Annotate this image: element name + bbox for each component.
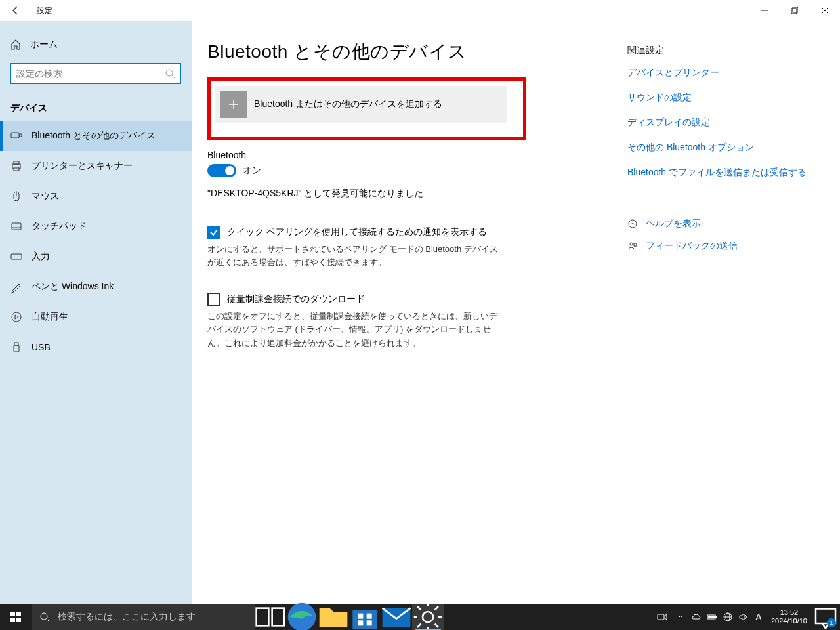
settings-app[interactable] xyxy=(412,604,444,630)
main-content: Bluetooth とその他のデバイス Bluetooth またはその他のデバイ… xyxy=(192,21,840,604)
svg-rect-39 xyxy=(367,614,372,619)
task-view-button[interactable] xyxy=(255,604,286,630)
svg-rect-7 xyxy=(11,133,19,138)
quick-pair-checkbox-row[interactable]: クイック ペアリングを使用して接続するための通知を表示する xyxy=(207,226,627,239)
nav-pen[interactable]: ペンと Windows Ink xyxy=(0,272,192,302)
gear-icon xyxy=(412,601,444,630)
quick-pair-label: クイック ペアリングを使用して接続するための通知を表示する xyxy=(227,226,487,238)
search-wrap xyxy=(0,58,192,92)
bluetooth-toggle[interactable] xyxy=(207,164,236,177)
link-bt-files[interactable]: Bluetooth でファイルを送信または受信する xyxy=(627,167,824,178)
link-bt-options[interactable]: その他の Bluetooth オプション xyxy=(627,142,824,154)
tray-ime[interactable]: A xyxy=(751,604,766,630)
metered-label: 従量制課金接続でのダウンロード xyxy=(227,293,365,305)
search-icon xyxy=(39,612,50,622)
minimize-button[interactable] xyxy=(749,0,780,21)
taskbar-search[interactable]: 検索するには、ここに入力します xyxy=(32,604,255,630)
nav-label: マウス xyxy=(32,190,59,202)
home-icon xyxy=(10,39,21,50)
clock-date: 2024/10/10 xyxy=(771,617,807,625)
svg-rect-38 xyxy=(358,614,363,619)
bluetooth-section-label: Bluetooth xyxy=(207,150,627,160)
help-icon xyxy=(627,219,638,229)
add-device-highlight: Bluetooth またはその他のデバイスを追加する xyxy=(207,77,526,140)
svg-point-5 xyxy=(166,70,173,76)
link-display[interactable]: ディスプレイの設定 xyxy=(627,117,824,129)
nav-usb[interactable]: USB xyxy=(0,332,192,362)
quick-pair-checkbox[interactable] xyxy=(207,226,220,239)
globe-icon xyxy=(723,612,733,622)
feedback-link[interactable]: フィードバックの送信 xyxy=(627,240,824,252)
maximize-button[interactable] xyxy=(780,0,810,21)
nav-autoplay[interactable]: 自動再生 xyxy=(0,302,192,332)
metered-checkbox-row[interactable]: 従量制課金接続でのダウンロード xyxy=(207,293,627,306)
nav-bluetooth[interactable]: Bluetooth とその他のデバイス xyxy=(0,121,192,151)
tray-battery[interactable] xyxy=(704,604,720,630)
feedback-label: フィードバックの送信 xyxy=(646,240,738,252)
svg-line-33 xyxy=(47,619,49,621)
nav-mouse[interactable]: マウス xyxy=(0,181,192,211)
related-settings-heading: 関連設定 xyxy=(627,45,824,56)
battery-icon xyxy=(707,612,717,622)
nav-label: 入力 xyxy=(32,251,50,262)
sidebar: ホーム デバイス Bluetooth とその他のデバイス プリンターとスキャナー… xyxy=(0,21,192,604)
action-center-button[interactable]: 1 xyxy=(812,604,839,630)
svg-point-43 xyxy=(423,612,433,622)
cloud-icon xyxy=(691,612,702,622)
svg-rect-22 xyxy=(14,343,18,345)
mail-app[interactable] xyxy=(381,604,412,630)
taskbar-clock[interactable]: 13:52 2024/10/10 xyxy=(766,608,812,625)
back-arrow-icon xyxy=(10,5,21,16)
svg-rect-46 xyxy=(715,616,717,618)
tray-onedrive[interactable] xyxy=(688,604,704,630)
nav-label: タッチパッド xyxy=(32,220,87,232)
plus-icon xyxy=(220,91,247,118)
mouse-icon xyxy=(10,190,22,202)
taskbar: 検索するには、ここに入力します A 13:52 2024/10/10 1 xyxy=(0,604,840,630)
bluetooth-toggle-row: オン xyxy=(207,164,627,177)
svg-rect-29 xyxy=(16,612,21,616)
explorer-app[interactable] xyxy=(318,604,349,630)
tray-chevron[interactable] xyxy=(673,604,688,630)
add-device-label: Bluetooth またはその他のデバイスを追加する xyxy=(254,98,442,110)
sidebar-heading: デバイス xyxy=(0,92,192,121)
quick-pair-desc: オンにすると、サポートされているペアリング モードの Bluetooth デバイ… xyxy=(207,243,503,269)
tray-network[interactable] xyxy=(720,604,736,630)
tray-volume[interactable] xyxy=(736,604,751,630)
svg-rect-41 xyxy=(367,620,372,625)
svg-rect-47 xyxy=(708,616,715,618)
taskbar-apps xyxy=(255,604,444,630)
svg-rect-23 xyxy=(14,345,19,352)
svg-rect-34 xyxy=(257,608,269,626)
window-controls xyxy=(749,0,840,21)
search-input[interactable] xyxy=(16,68,165,79)
touchpad-icon xyxy=(10,220,22,232)
nav-printers[interactable]: プリンターとスキャナー xyxy=(0,151,192,181)
bluetooth-icon xyxy=(10,130,22,142)
tray-meet-now[interactable] xyxy=(652,604,673,630)
nav-touchpad[interactable]: タッチパッド xyxy=(0,211,192,242)
svg-rect-35 xyxy=(272,608,285,626)
add-device-button[interactable]: Bluetooth またはその他のデバイスを追加する xyxy=(215,86,507,123)
keyboard-icon xyxy=(10,251,22,262)
notification-icon xyxy=(812,604,839,630)
mail-icon xyxy=(381,601,412,630)
nav-typing[interactable]: 入力 xyxy=(0,242,192,272)
nav-label: Bluetooth とその他のデバイス xyxy=(32,130,156,142)
home-button[interactable]: ホーム xyxy=(0,32,192,58)
search-icon xyxy=(165,68,175,79)
search-box[interactable] xyxy=(10,63,181,84)
edge-app[interactable] xyxy=(286,604,318,630)
link-devices-printers[interactable]: デバイスとプリンター xyxy=(627,67,824,79)
metered-checkbox[interactable] xyxy=(207,293,220,306)
edge-icon xyxy=(286,601,318,630)
help-link[interactable]: ヘルプを表示 xyxy=(627,218,824,230)
link-sound[interactable]: サウンドの設定 xyxy=(627,92,824,104)
close-button[interactable] xyxy=(810,0,840,21)
start-button[interactable] xyxy=(0,604,32,630)
store-icon xyxy=(349,601,381,630)
store-app[interactable] xyxy=(349,604,381,630)
svg-rect-31 xyxy=(16,618,21,622)
svg-rect-2 xyxy=(793,7,798,12)
back-button[interactable] xyxy=(0,0,32,21)
